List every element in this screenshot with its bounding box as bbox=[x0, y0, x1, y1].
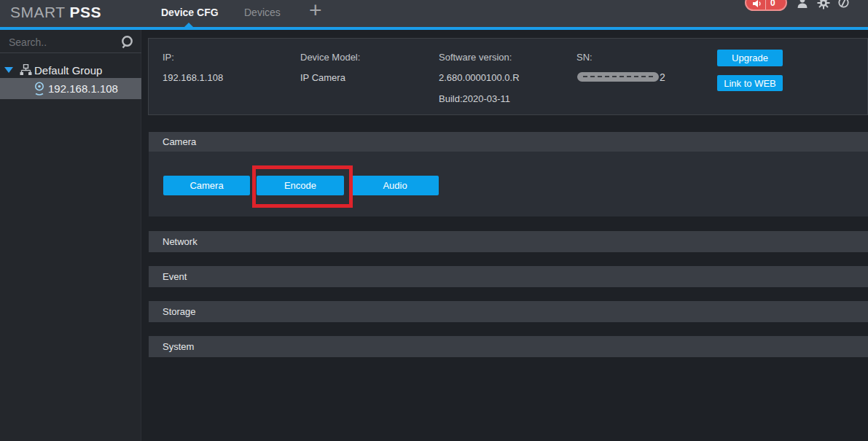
badge-divider bbox=[765, 0, 766, 9]
group-hierarchy-icon bbox=[20, 64, 32, 76]
tree-device-selected[interactable]: 192.168.1.108 bbox=[0, 78, 141, 99]
sn-redacted-value bbox=[577, 72, 659, 82]
user-icon[interactable] bbox=[796, 0, 809, 9]
alarm-badge[interactable]: 0 bbox=[745, 0, 787, 11]
software-version-label: Software version: bbox=[439, 52, 512, 63]
link-to-web-button[interactable]: Link to WEB bbox=[717, 75, 783, 91]
webcam-icon bbox=[34, 82, 45, 95]
alarm-count: 0 bbox=[770, 0, 775, 8]
gear-icon[interactable] bbox=[817, 0, 830, 9]
section-camera: Camera Camera Encode Audio bbox=[149, 132, 868, 216]
logo-pss: PSS bbox=[70, 4, 102, 20]
active-tab-caret bbox=[184, 23, 193, 27]
sn-redaction-scribble bbox=[583, 76, 653, 77]
section-network-header[interactable]: Network bbox=[149, 231, 868, 252]
app-logo: SMART PSS bbox=[10, 4, 101, 21]
logo-smart: SMART bbox=[10, 4, 65, 20]
model-value: IP Camera bbox=[300, 72, 345, 83]
section-storage-header[interactable]: Storage bbox=[149, 301, 868, 322]
model-label: Device Model: bbox=[300, 52, 360, 63]
device-tree-sidebar: Default Group 192.168.1.108 bbox=[0, 30, 141, 441]
sn-visible-suffix: 2 bbox=[660, 71, 665, 83]
top-bar: SMART PSS Device CFG Devices + 0 bbox=[0, 0, 868, 27]
search-box bbox=[0, 31, 141, 53]
audio-button[interactable]: Audio bbox=[351, 176, 439, 195]
section-event-header[interactable]: Event bbox=[149, 266, 868, 287]
sn-label: SN: bbox=[576, 52, 593, 63]
section-camera-header[interactable]: Camera bbox=[149, 132, 868, 152]
speaker-icon bbox=[753, 0, 762, 8]
device-info-panel: IP: 192.168.1.108 Device Model: IP Camer… bbox=[148, 38, 868, 115]
ip-value: 192.168.1.108 bbox=[163, 72, 223, 83]
menu-circle-icon[interactable] bbox=[837, 0, 850, 9]
tab-devices[interactable]: Devices bbox=[244, 7, 281, 18]
search-icon[interactable] bbox=[120, 35, 134, 50]
expand-triangle-icon[interactable] bbox=[4, 67, 13, 73]
tree-group-default[interactable]: Default Group bbox=[0, 61, 141, 79]
encode-button[interactable]: Encode bbox=[257, 176, 344, 195]
search-input[interactable] bbox=[0, 31, 117, 52]
add-tab-button[interactable]: + bbox=[309, 0, 322, 23]
camera-button[interactable]: Camera bbox=[163, 176, 250, 195]
upgrade-button[interactable]: Upgrade bbox=[717, 50, 783, 66]
section-system-header[interactable]: System bbox=[149, 336, 868, 357]
device-label: 192.168.1.108 bbox=[48, 82, 118, 95]
ip-label: IP: bbox=[163, 52, 174, 63]
software-version-value: 2.680.0000100.0.R bbox=[439, 72, 520, 83]
group-label: Default Group bbox=[34, 64, 102, 77]
tab-device-cfg[interactable]: Device CFG bbox=[161, 7, 219, 18]
smartpss-window: SMART PSS Device CFG Devices + 0 bbox=[0, 0, 868, 441]
build-date-value: Build:2020-03-11 bbox=[439, 93, 510, 104]
